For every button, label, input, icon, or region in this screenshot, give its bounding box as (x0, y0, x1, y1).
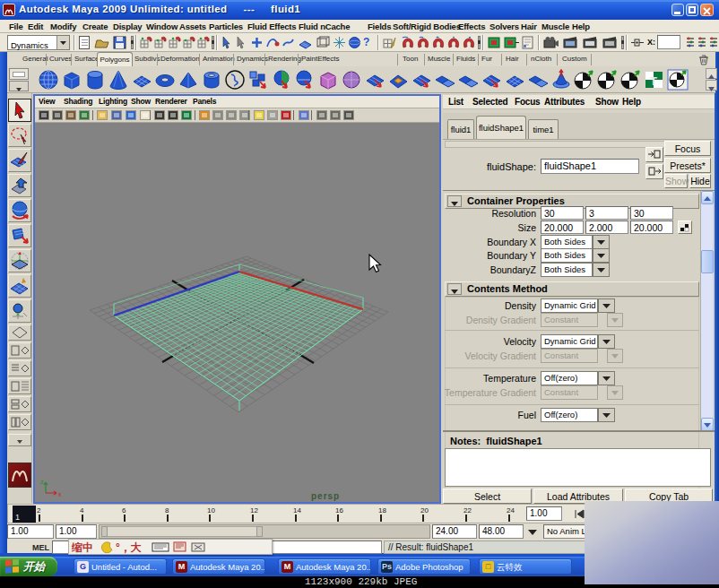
svg-text:z: z (40, 479, 44, 485)
svg-text:x: x (58, 491, 62, 497)
svg-text:T: T (650, 74, 657, 88)
